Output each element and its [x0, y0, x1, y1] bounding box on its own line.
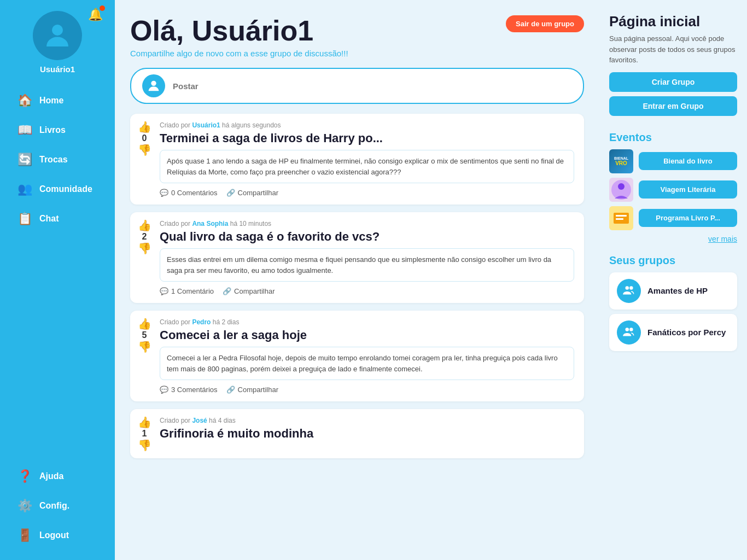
post-title[interactable]: Terminei a saga de livros de Harry po...: [160, 131, 574, 145]
svg-point-9: [629, 286, 633, 290]
post-author: Pedro: [192, 318, 211, 326]
page-subtitle: Compartilhe algo de novo com a esse grup…: [130, 49, 348, 58]
event-thumb-viagem: [609, 178, 633, 202]
sidebar-item-config[interactable]: ⚙️ Config.: [4, 492, 110, 520]
post-content: Após quase 1 ano lendo a saga de HP eu f…: [160, 150, 574, 183]
upvote-button[interactable]: 👍: [138, 220, 151, 231]
post-votes: 👍 0 👎: [136, 121, 153, 197]
eventos-label: Eventos: [609, 131, 737, 144]
upvote-button[interactable]: 👍: [138, 318, 151, 329]
comments-button[interactable]: 💬 0 Comentários: [160, 189, 218, 197]
post-input-area[interactable]: [130, 68, 584, 104]
sidebar-item-ajuda[interactable]: ❓ Ajuda: [4, 463, 110, 490]
grupos-section: Seus grupos Amantes de HP: [609, 254, 737, 355]
svg-rect-6: [616, 215, 627, 217]
sidebar-item-chat[interactable]: 📋 Chat: [4, 205, 110, 232]
event-thumb-bienal: BIENAL VRO: [609, 149, 633, 173]
post-card: 👍 1 👎 Criado por José há 4 dias Grifinor…: [130, 409, 584, 458]
post-title[interactable]: Qual livro da saga é o favorito de vcs?: [160, 230, 574, 244]
sidebar: 🔔 Usuário1 🏠 Home 📖 Livros 🔄 Trocas 👥 Co…: [0, 0, 115, 560]
downvote-button[interactable]: 👎: [138, 341, 151, 352]
right-page-desc: Sua página pessoal. Aqui você pode obser…: [609, 33, 737, 66]
sidebar-item-label: Trocas: [39, 155, 68, 165]
comment-icon: 💬: [160, 386, 168, 394]
sidebar-item-trocas[interactable]: 🔄 Trocas: [4, 146, 110, 173]
entrar-grupo-button[interactable]: Entrar em Grupo: [609, 96, 737, 116]
share-icon: 🔗: [223, 287, 231, 295]
vote-count: 1: [142, 429, 147, 439]
post-meta: Criado por Ana Sophia há 10 minutos: [160, 220, 574, 228]
post-actions: 💬 1 Comentário 🔗 Compartilhar: [160, 287, 574, 295]
post-votes: 👍 2 👎: [136, 220, 153, 295]
sidebar-item-label: Comunidade: [39, 184, 92, 194]
comunidade-icon: 👥: [17, 182, 32, 196]
post-votes: 👍 1 👎: [136, 417, 153, 451]
sidebar-item-livros[interactable]: 📖 Livros: [4, 116, 110, 144]
vote-count: 0: [142, 133, 147, 143]
criar-grupo-button[interactable]: Criar Grupo: [609, 72, 737, 92]
post-body: Criado por Usuário1 há alguns segundos T…: [160, 121, 574, 197]
sidebar-item-comunidade[interactable]: 👥 Comunidade: [4, 176, 110, 203]
posts-list: 👍 0 👎 Criado por Usuário1 há alguns segu…: [130, 114, 584, 458]
comments-button[interactable]: 💬 1 Comentário: [160, 287, 214, 295]
sidebar-item-label: Livros: [39, 125, 66, 135]
post-meta: Criado por Pedro há 2 dias: [160, 318, 574, 326]
right-sidebar: Página inicial Sua página pessoal. Aqui …: [599, 0, 747, 560]
sair-grupo-button[interactable]: Sair de um grupo: [506, 15, 584, 32]
post-author: José: [192, 417, 207, 424]
share-label: Compartilhar: [234, 287, 275, 295]
right-page-title: Página inicial: [609, 13, 737, 30]
svg-point-10: [626, 328, 629, 331]
post-time: há 10 minutos: [230, 220, 271, 228]
logout-icon: 🚪: [17, 528, 32, 542]
share-label: Compartilhar: [238, 189, 278, 197]
group-item[interactable]: Amantes de HP: [609, 272, 737, 310]
livros-icon: 📖: [17, 123, 32, 137]
sidebar-item-label: Home: [39, 96, 63, 106]
svg-point-8: [626, 286, 629, 290]
vote-count: 2: [142, 232, 147, 242]
sidebar-item-logout[interactable]: 🚪 Logout: [4, 522, 110, 549]
avatar: [33, 11, 82, 60]
main-content: Olá, Usuário1 Compartilhe algo de novo c…: [115, 0, 599, 560]
downvote-button[interactable]: 👎: [138, 243, 151, 254]
notification-badge: [100, 5, 105, 11]
main-nav: 🏠 Home 📖 Livros 🔄 Trocas 👥 Comunidade 📋 …: [0, 87, 115, 232]
comment-count: 3 Comentários: [171, 386, 218, 394]
post-card: 👍 5 👎 Criado por Pedro há 2 dias Comecei…: [130, 311, 584, 401]
main-header: Olá, Usuário1 Compartilhe algo de novo c…: [130, 15, 584, 58]
post-title[interactable]: Grifinoria é muito modinha: [160, 427, 574, 441]
ajuda-icon: ❓: [17, 469, 32, 483]
vote-count: 5: [142, 330, 147, 340]
downvote-button[interactable]: 👎: [138, 440, 151, 451]
group-name: Fanáticos por Percy: [647, 328, 726, 337]
post-body: Criado por Pedro há 2 dias Comecei a ler…: [160, 318, 574, 394]
post-input[interactable]: [173, 81, 572, 91]
event-bienal-button[interactable]: Bienal do livro: [639, 152, 737, 170]
upvote-button[interactable]: 👍: [138, 417, 151, 428]
share-button[interactable]: 🔗 Compartilhar: [226, 189, 278, 197]
sidebar-item-label: Logout: [39, 530, 69, 540]
sidebar-item-label: Ajuda: [39, 471, 63, 481]
group-item[interactable]: Fanáticos por Percy: [609, 314, 737, 351]
comments-button[interactable]: 💬 3 Comentários: [160, 386, 218, 394]
event-item: Viagem Literária: [609, 178, 737, 202]
trocas-icon: 🔄: [17, 153, 32, 167]
event-viagem-button[interactable]: Viagem Literária: [639, 180, 737, 199]
svg-point-3: [618, 183, 625, 190]
event-programa-button[interactable]: Programa Livro P...: [639, 209, 737, 227]
chat-icon: 📋: [17, 212, 32, 226]
post-time: há 4 dias: [209, 417, 236, 424]
downvote-button[interactable]: 👎: [138, 144, 151, 155]
post-card: 👍 2 👎 Criado por Ana Sophia há 10 minuto…: [130, 212, 584, 303]
notification-bell[interactable]: 🔔: [88, 8, 103, 22]
share-button[interactable]: 🔗 Compartilhar: [223, 287, 275, 295]
comment-icon: 💬: [160, 287, 168, 295]
sidebar-item-home[interactable]: 🏠 Home: [4, 87, 110, 114]
svg-point-1: [151, 81, 156, 86]
ver-mais-link[interactable]: ver mais: [609, 235, 737, 243]
share-button[interactable]: 🔗 Compartilhar: [226, 386, 278, 394]
share-icon: 🔗: [226, 386, 235, 394]
upvote-button[interactable]: 👍: [138, 121, 151, 132]
post-title[interactable]: Comecei a ler a saga hoje: [160, 328, 574, 342]
